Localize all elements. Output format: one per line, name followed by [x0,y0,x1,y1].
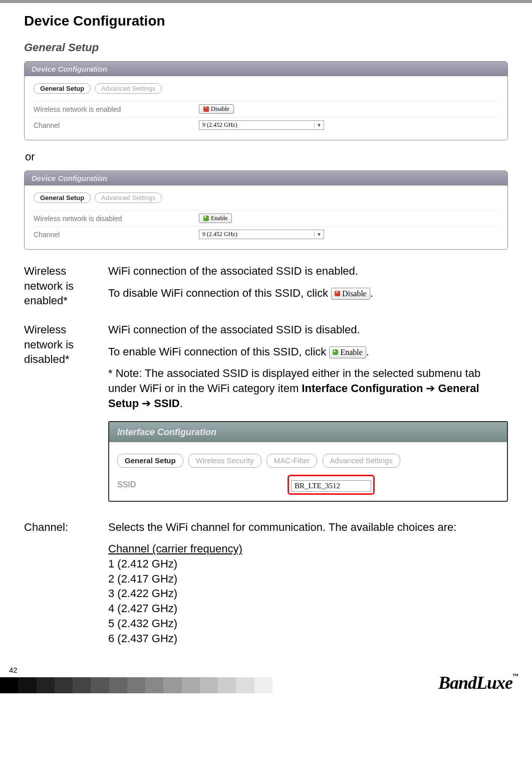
desc-text: To disable WiFi connection of this SSID,… [108,286,508,301]
select-value: 9 (2.452 GHz) [202,231,237,238]
list-item: 2 (2.417 GHz) [108,571,508,587]
channel-select[interactable]: 9 (2.452 GHz) ▼ [199,120,324,130]
desc-text: WiFi connection of the associated SSID i… [108,264,508,279]
tab-general-setup[interactable]: General Setup [117,454,183,468]
or-separator: or [25,150,508,163]
desc-text: WiFi connection of the associated SSID i… [108,322,508,337]
interface-config-panel: Interface Configuration General Setup Wi… [108,421,508,502]
close-icon [335,291,340,296]
channel-list: 1 (2.412 GHz) 2 (2.417 GHz) 3 (2.422 GHz… [108,556,508,646]
page-title: Device Configuration [24,13,508,29]
wireless-status-label: Wireless network is disabled [34,215,189,223]
tab-general-setup[interactable]: General Setup [34,83,91,94]
play-icon [333,349,338,355]
page-number: 42 [9,666,508,674]
ssid-input[interactable] [291,480,371,492]
channel-section: Channel: Selects the WiFi channel for co… [24,520,508,646]
tab-bar: General Setup Advanced Settings [34,192,498,203]
tab-mac-filter[interactable]: MAC-Filter [267,454,318,468]
button-label: Enable [211,215,227,222]
chevron-down-icon: ▼ [314,232,322,237]
tab-advanced-settings[interactable]: Advanced Settings [95,192,162,203]
desc-disabled: Wireless network is disabled* WiFi conne… [24,322,508,506]
desc-enabled: Wireless network is enabled* WiFi connec… [24,264,508,308]
channel-select[interactable]: 9 (2.452 GHz) ▼ [199,230,324,239]
enable-button[interactable]: Enable [199,214,232,223]
channel-label: Channel [34,231,189,239]
channel-desc: Selects the WiFi channel for communicati… [108,520,508,535]
footer: 42 BandLuxe™ [24,666,508,693]
tab-wireless-security[interactable]: Wireless Security [188,454,261,468]
brand-logo: BandLuxe™ [438,672,518,693]
enable-button-inline[interactable]: Enable [329,346,366,358]
top-divider [0,0,532,3]
tab-bar: General Setup Advanced Settings [34,83,498,94]
channel-label: Channel [34,121,189,129]
list-item: 3 (2.422 GHz) [108,586,508,601]
page-subhead: General Setup [24,41,508,54]
tab-advanced-settings[interactable]: Advanced Settings [323,454,400,468]
list-item: 5 (2.432 GHz) [108,616,508,631]
tab-general-setup[interactable]: General Setup [34,192,91,203]
panel-header: Device Configuration [25,171,507,185]
ssid-highlight-box [288,475,375,495]
ssid-label: SSID [117,479,278,490]
desc-term: Wireless network is enabled* [24,264,94,308]
tab-advanced-settings[interactable]: Advanced Settings [95,83,162,94]
list-item: 1 (2.412 GHz) [108,556,508,571]
channel-term: Channel: [24,520,94,646]
select-value: 9 (2.452 GHz) [202,121,237,129]
desc-term: Wireless network is disabled* [24,322,94,506]
wireless-status-label: Wireless network is enabled [34,105,189,113]
play-icon [203,216,209,221]
note-text: * Note: The associated SSID is displayed… [108,366,508,411]
list-item: 6 (2.437 GHz) [108,631,508,646]
button-label: Disable [211,105,229,113]
desc-text: To enable WiFi connection of this SSID, … [108,344,508,359]
chevron-down-icon: ▼ [314,122,322,128]
device-config-panel-disabled: Device Configuration General Setup Advan… [24,170,508,250]
channel-list-header: Channel (carrier frequency) [108,541,508,556]
disable-button-inline[interactable]: Disable [331,288,370,300]
panel-header: Interface Configuration [109,422,507,442]
device-config-panel-enabled: Device Configuration General Setup Advan… [24,61,508,140]
panel-header: Device Configuration [25,62,507,76]
disable-button[interactable]: Disable [199,104,234,114]
close-icon [203,106,209,112]
tab-bar: General Setup Wireless Security MAC-Filt… [117,452,499,468]
list-item: 4 (2.427 GHz) [108,601,508,616]
gradient-bar [0,677,291,693]
